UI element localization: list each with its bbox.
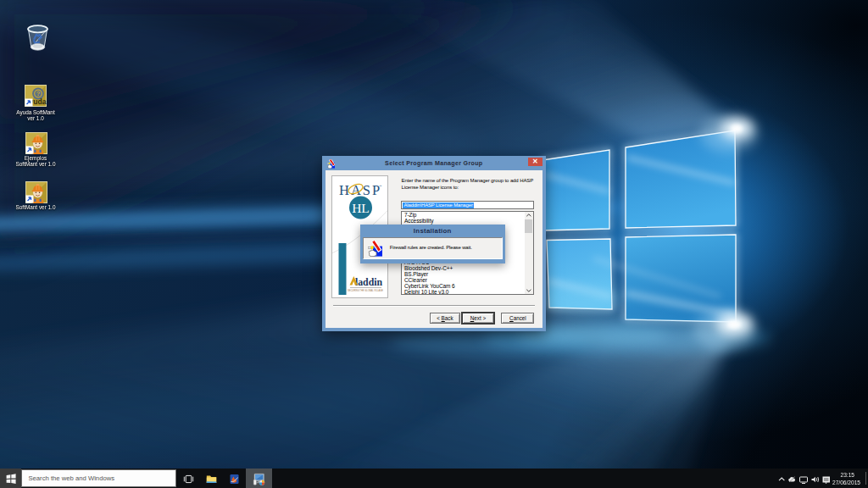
svg-text:laddin: laddin xyxy=(355,275,383,287)
svg-text:SECURING THE GLOBAL VILLAGE: SECURING THE GLOBAL VILLAGE xyxy=(348,288,383,291)
svg-text:HL: HL xyxy=(352,200,370,214)
svg-text:™: ™ xyxy=(379,185,382,188)
